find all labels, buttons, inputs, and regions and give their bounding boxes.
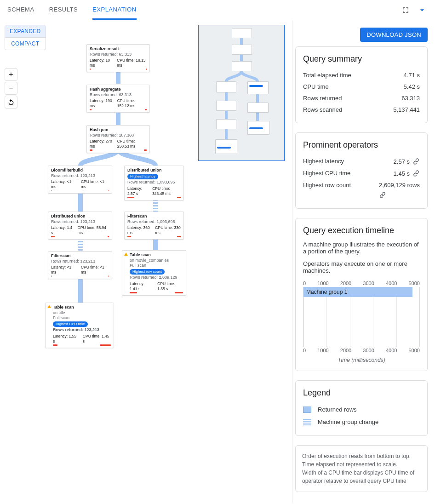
svg-rect-24 (256, 113, 259, 121)
machine-group-change-swatch (303, 419, 311, 425)
query-summary-card: Query summary Total elapsed time4.71 s C… (295, 46, 428, 123)
warning-icon (47, 305, 51, 308)
node-table-scan-left[interactable]: Table scan on title Full scan Highest CP… (45, 303, 114, 348)
zoom-controls: + − (5, 68, 17, 109)
link-icon[interactable] (379, 191, 386, 199)
node-distributed-union-right[interactable]: Distributed union Highest latency Rows r… (124, 166, 184, 200)
svg-rect-19 (240, 55, 243, 61)
fullscreen-icon[interactable] (400, 5, 411, 16)
svg-rect-18 (240, 38, 243, 45)
timeline-chart: 0 1000 2000 3000 4000 5000 Machine group… (303, 280, 420, 363)
node-rows: Rows returned: 63,313 (90, 52, 147, 57)
warning-icon (124, 252, 128, 256)
top-tab-bar: SCHEMA RESULTS EXPLANATION (0, 0, 435, 20)
timeline-card: Query execution timeline A machine group… (295, 218, 428, 371)
zoom-out-button[interactable]: − (5, 82, 17, 95)
badge-highest-cpu-time: Highest CPU time (53, 321, 88, 327)
svg-rect-21 (225, 111, 228, 119)
minimap[interactable] (198, 25, 285, 161)
expanded-button[interactable]: EXPANDED (5, 25, 46, 37)
node-title: Serialize result (90, 46, 147, 52)
tab-explanation[interactable]: EXPLANATION (92, 0, 137, 20)
node-hash-aggregate[interactable]: Hash aggregate Rows returned: 63,313 Lat… (86, 85, 150, 113)
link-icon[interactable] (412, 158, 420, 165)
prominent-operators-card: Prominent operators Highest latency2.57 … (295, 132, 428, 209)
card-heading: Query summary (303, 54, 420, 64)
zoom-reset-button[interactable] (5, 96, 17, 109)
card-heading: Query execution timeline (303, 226, 420, 235)
zoom-in-button[interactable]: + (5, 68, 17, 81)
x-axis-label: Time (milliseconds) (303, 357, 420, 363)
node-serialize-result[interactable]: Serialize result Rows returned: 63,313 L… (86, 44, 150, 72)
node-hash-join[interactable]: Hash join Rows returned: 187,368 Latency… (86, 125, 150, 153)
tab-results[interactable]: RESULTS (49, 0, 78, 19)
node-bloomfilterbuild[interactable]: Bloomfilterbuild Rows returned: 123,213 … (48, 166, 112, 194)
compact-button[interactable]: COMPACT (5, 37, 46, 50)
node-table-scan-right[interactable]: Table scan on movie_companies Full scan … (122, 250, 186, 296)
plan-canvas[interactable]: EXPANDED COMPACT + − (0, 20, 292, 503)
tab-schema[interactable]: SCHEMA (7, 0, 34, 19)
returned-rows-swatch (303, 407, 311, 413)
link-icon[interactable] (412, 170, 420, 177)
view-mode-toggle: EXPANDED COMPACT (5, 25, 46, 50)
machine-group-bar[interactable]: Machine group 1 (303, 287, 412, 297)
legend-card: Legend Returned rows Machine group chang… (295, 380, 428, 436)
node-distributed-union-left[interactable]: Distributed union Rows returned: 123,213… (48, 212, 112, 240)
chevron-down-icon[interactable] (417, 5, 428, 16)
badge-highest-latency: Highest latency (127, 174, 158, 179)
card-heading: Prominent operators (303, 140, 420, 150)
svg-rect-22 (225, 129, 228, 139)
svg-rect-20 (225, 92, 228, 101)
download-json-button[interactable]: DOWNLOAD JSON (360, 28, 428, 42)
card-heading: Legend (303, 388, 420, 398)
badge-highest-row-count: Highest row count (130, 269, 165, 275)
right-panel: DOWNLOAD JSON Query summary Total elapse… (292, 20, 435, 503)
svg-rect-23 (256, 94, 259, 103)
node-filterscan-left[interactable]: Filterscan Rows returned: 123,213 Latenc… (48, 251, 112, 279)
node-filterscan-right[interactable]: Filterscan Rows returned: 1,093,695 Late… (124, 212, 184, 240)
footnote-card: Order of execution reads from bottom to … (295, 445, 428, 492)
node-title: Hash aggregate (90, 87, 147, 92)
node-title: Hash join (90, 127, 147, 133)
